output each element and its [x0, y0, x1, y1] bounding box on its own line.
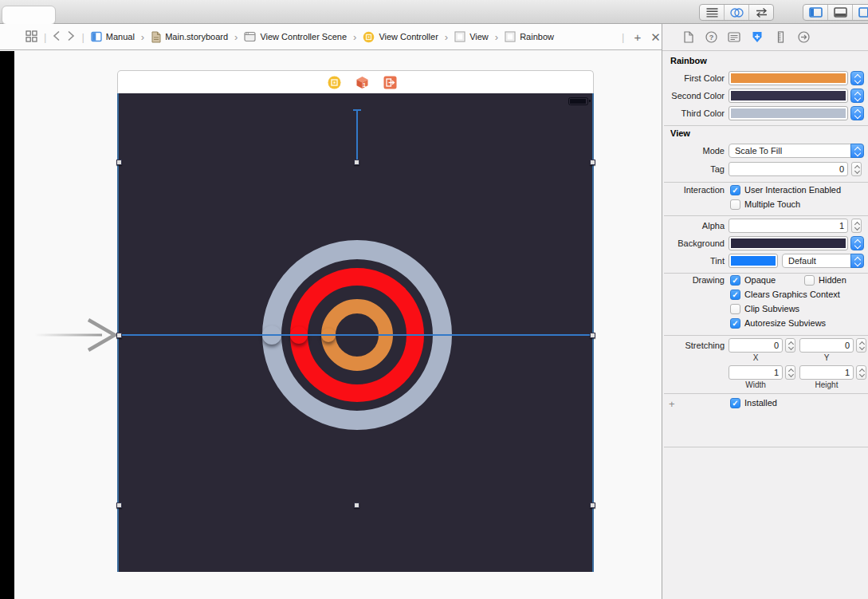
tab-identity-inspector[interactable] [728, 31, 740, 44]
top-spacing-constraint[interactable] [356, 109, 358, 162]
tag-label: Tag [662, 162, 725, 176]
multiple-touch-checkbox[interactable]: ✓ [730, 199, 740, 210]
close-editor-button[interactable]: ✕ [650, 31, 661, 43]
stretching-width-stepper[interactable] [785, 365, 795, 380]
related-items-button[interactable] [26, 30, 37, 44]
resize-handle-left[interactable] [116, 333, 122, 338]
third-color-well[interactable] [729, 106, 848, 120]
clears-graphics-checkbox[interactable]: ✓ [730, 290, 740, 300]
tab-file-inspector[interactable] [681, 31, 694, 44]
breadcrumb-view-controller[interactable]: View Controller [363, 31, 438, 43]
third-color-stepper[interactable] [850, 106, 864, 120]
tab-size-inspector[interactable] [774, 31, 787, 44]
user-interaction-checkbox[interactable]: ✓ [730, 185, 740, 195]
navigator-panel-button[interactable] [803, 5, 827, 20]
tag-stepper[interactable] [851, 162, 862, 176]
tint-value: Default [788, 256, 816, 266]
add-variation-button[interactable]: + [669, 398, 675, 410]
first-color-label: First Color [662, 71, 725, 85]
window-toolbar [0, 0, 868, 24]
second-color-stepper[interactable] [850, 89, 864, 103]
window-tab[interactable] [2, 6, 56, 25]
stretching-label: Stretching [662, 338, 725, 353]
status-bar-battery-icon [568, 97, 588, 105]
resize-handle-bottom-left[interactable] [116, 502, 122, 508]
collapsed-navigator-strip [0, 51, 14, 599]
first-color-well[interactable] [729, 71, 848, 85]
tint-popup-cap[interactable] [850, 254, 864, 268]
installed-checkbox[interactable]: ✓ [730, 398, 740, 408]
second-color-well[interactable] [729, 89, 848, 103]
view-controller-icon [328, 76, 341, 89]
add-editor-button[interactable]: + [634, 31, 641, 43]
chevron-right-icon [67, 30, 75, 41]
view-controller-dock-button[interactable] [328, 76, 341, 89]
alpha-field[interactable]: 1 [729, 219, 848, 233]
scene-icon [244, 31, 256, 42]
stretching-height-stepper[interactable] [856, 365, 866, 380]
view-controller-icon [363, 31, 375, 43]
resize-handle-top-right[interactable] [590, 160, 595, 165]
file-inspector-icon [683, 31, 693, 43]
breadcrumb-view[interactable]: View [454, 31, 489, 42]
breadcrumb-rainbow[interactable]: Rainbow [505, 31, 554, 42]
utilities-inspector: ? [662, 24, 868, 599]
svg-text:1: 1 [363, 82, 366, 88]
editor-split-icon [91, 31, 102, 42]
clip-subviews-checkbox[interactable]: ✓ [730, 304, 740, 314]
stretching-width-sublabel: Width [729, 380, 783, 389]
first-responder-dock-button[interactable]: 1 [355, 76, 369, 89]
section-divider [664, 273, 868, 274]
breadcrumb-storyboard[interactable]: Main.storyboard [151, 31, 228, 43]
breadcrumb-manual[interactable]: Manual [91, 31, 135, 42]
connections-inspector-icon [798, 31, 810, 43]
opaque-checkbox[interactable]: ✓ [730, 275, 740, 286]
mode-popup[interactable]: Scale To Fill [729, 144, 864, 158]
stretching-x-stepper[interactable] [785, 338, 795, 353]
assistant-editor-button[interactable] [724, 5, 748, 20]
stretching-y-stepper[interactable] [856, 338, 866, 353]
breadcrumb-label: Main.storyboard [165, 32, 228, 41]
tag-field[interactable]: 0 [729, 162, 848, 176]
opaque-label: Opaque [744, 275, 776, 286]
stretching-y-field[interactable]: 0 [799, 338, 854, 353]
breadcrumb-scene[interactable]: View Controller Scene [244, 31, 347, 42]
exit-dock-button[interactable] [383, 76, 397, 89]
debug-area-button[interactable] [827, 5, 852, 20]
first-color-swatch [731, 73, 846, 83]
second-color-label: Second Color [662, 89, 725, 103]
hidden-checkbox[interactable]: ✓ [804, 275, 815, 286]
resize-handle-right[interactable] [590, 333, 595, 338]
stretching-height-field[interactable]: 1 [799, 365, 854, 380]
tab-connections-inspector[interactable] [797, 31, 810, 44]
resize-handle-top-center[interactable] [354, 160, 359, 165]
background-stepper[interactable] [850, 236, 864, 250]
installed-label: Installed [744, 398, 777, 408]
stretching-x-field[interactable]: 0 [729, 338, 783, 353]
autoresize-checkbox[interactable]: ✓ [730, 318, 740, 329]
tint-color-well[interactable] [729, 254, 778, 268]
clip-subviews-label: Clip Subviews [744, 304, 799, 314]
alpha-stepper[interactable] [851, 219, 862, 233]
resize-handle-bottom-center[interactable] [354, 502, 359, 508]
standard-editor-icon [706, 7, 718, 18]
resize-handle-bottom-right[interactable] [590, 502, 595, 508]
first-color-stepper[interactable] [850, 71, 864, 85]
mode-popup-cap[interactable] [850, 144, 864, 158]
breadcrumb-arrow: › [141, 31, 144, 43]
quick-help-icon: ? [705, 31, 717, 43]
inspector-tab-bar: ? [662, 24, 868, 51]
resize-handle-top-left[interactable] [116, 160, 122, 165]
background-color-well[interactable] [729, 236, 848, 250]
standard-editor-button[interactable] [700, 5, 724, 20]
version-editor-button[interactable] [748, 5, 773, 20]
utilities-panel-button[interactable] [852, 5, 868, 20]
stretching-width-field[interactable]: 1 [729, 365, 783, 380]
forward-button[interactable] [67, 30, 75, 43]
tab-attributes-inspector[interactable] [751, 31, 764, 44]
breadcrumb-label: View Controller Scene [260, 32, 347, 41]
rainbow-view-canvas[interactable] [117, 93, 594, 572]
back-button[interactable] [53, 30, 61, 43]
view-icon [505, 31, 516, 42]
tab-quick-help-inspector[interactable]: ? [705, 31, 717, 44]
